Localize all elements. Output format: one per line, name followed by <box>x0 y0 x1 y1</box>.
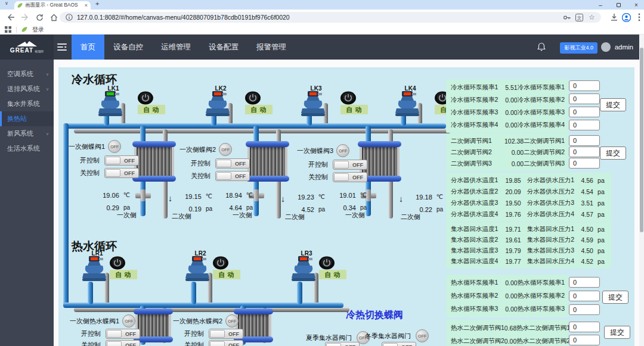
back-icon[interactable] <box>6 13 16 22</box>
toggle-off-switch[interactable]: OFF <box>215 171 250 181</box>
tiles-icon[interactable] <box>5 24 11 35</box>
valve-group: 一次侧热水蝶阀2OFF开控制OFF关控制OFF <box>173 314 268 346</box>
tab-strip: ∨ 画面显示 - Great BAOS × + – × <box>0 0 644 10</box>
info-icon[interactable] <box>64 13 73 22</box>
scrollbar-thumb[interactable] <box>640 48 643 232</box>
home-icon[interactable] <box>49 13 58 22</box>
valve-state-indicator[interactable]: OFF <box>416 329 429 342</box>
valve-state-indicator[interactable]: OFF <box>122 314 135 328</box>
nav-item[interactable]: 设备自控 <box>104 35 152 60</box>
download-icon[interactable] <box>609 13 619 22</box>
open-control-label: 开控制 <box>179 159 210 168</box>
pump-power-button[interactable] <box>318 256 335 270</box>
toggle-off-switch[interactable]: OFF <box>209 329 243 339</box>
pump-power-button[interactable] <box>109 256 126 270</box>
toggle-off-switch[interactable]: OFF <box>215 158 250 169</box>
bell-icon[interactable] <box>537 42 546 54</box>
nav-item[interactable]: 首页 <box>72 35 104 60</box>
submit-button[interactable]: 提交 <box>602 291 628 304</box>
sidebar-item[interactable]: 空调系统∨ <box>0 67 54 82</box>
window-minimize-button[interactable]: – <box>596 1 605 9</box>
toggle-off-switch[interactable]: OFF <box>209 340 243 346</box>
panel-set-input[interactable] <box>569 120 600 130</box>
avatar[interactable] <box>601 42 611 52</box>
panel-set-input[interactable] <box>569 107 600 117</box>
panel-pressure-value: 4.50 <box>574 247 593 254</box>
valve-state-indicator[interactable]: OFF <box>225 314 239 328</box>
hamburger-icon[interactable] <box>57 43 67 54</box>
temp-unit: ℃ <box>360 192 367 198</box>
username[interactable]: admin <box>615 43 633 51</box>
panel-set-input[interactable] <box>569 335 600 345</box>
panel-set-input[interactable] <box>569 322 600 332</box>
pressure-value: 0.34 <box>343 204 355 211</box>
panel-set-input[interactable] <box>569 135 600 146</box>
temp-unit: ℃ <box>246 192 253 198</box>
toggle-off-switch[interactable]: OFF <box>382 342 416 346</box>
nav-item[interactable]: 运维管理 <box>152 35 200 60</box>
panel-hot-secondary-valve: 热水二次侧调节阀10.68热水二次侧调节阀1热水二次侧调节阀20.00热水二次侧… <box>446 320 568 346</box>
key-icon[interactable] <box>562 13 571 22</box>
panel-value: 0.00 <box>502 149 524 156</box>
sidebar-item[interactable]: 新风系统∨ <box>0 126 54 141</box>
submit-button[interactable]: 提交 <box>604 326 630 339</box>
panel-temp-label: 分水器供水温度3 <box>451 199 500 207</box>
bookmark-leaf-icon <box>21 27 27 33</box>
bookmark-item[interactable]: 登录 <box>32 26 44 34</box>
valve-state-indicator[interactable]: OFF <box>219 143 232 156</box>
submit-button[interactable]: 提交 <box>600 98 626 111</box>
tab-search-chevron-icon[interactable]: ∨ <box>5 1 8 6</box>
toggle-off-switch[interactable]: OFF <box>106 340 140 346</box>
toggle-off-switch[interactable]: OFF <box>325 342 360 346</box>
toggle-off-switch[interactable]: OFF <box>104 168 139 178</box>
panel-row: 集水器回水温度319.79集水器回水压力34.50pa <box>451 245 609 256</box>
submit-button[interactable]: 提交 <box>600 146 626 160</box>
pump-auto-label[interactable]: 自动 <box>245 105 273 114</box>
panel-set-input[interactable] <box>569 277 600 288</box>
pump-auto-label[interactable]: 自动 <box>319 270 346 279</box>
reload-icon[interactable] <box>35 13 44 22</box>
window-maximize-button[interactable] <box>614 1 623 9</box>
panel-set-label: 冷水循环泵频率1 <box>518 83 566 92</box>
scrollbar[interactable] <box>639 35 644 346</box>
sidebar-item[interactable]: 集水井系统 <box>0 96 54 111</box>
sidebar-item[interactable]: 换热站 <box>0 111 54 126</box>
panel-temp-label: 集水器回水温度2 <box>451 236 500 244</box>
pump-auto-label[interactable]: 自动 <box>213 270 240 279</box>
pump-auto-label[interactable]: 自动 <box>110 270 137 279</box>
panel-set-input[interactable] <box>569 304 600 315</box>
svg-text:文: 文 <box>577 15 582 20</box>
valve-state-indicator[interactable]: OFF <box>336 144 349 157</box>
sidebar-item[interactable]: 生活水系统 <box>0 141 54 156</box>
pump-power-button[interactable] <box>244 91 261 105</box>
panel-set-input[interactable] <box>569 93 600 104</box>
forward-icon[interactable] <box>20 13 30 22</box>
toggle-off-switch[interactable]: OFF <box>104 155 139 166</box>
sidebar-item[interactable]: 送排风系统∨ <box>0 82 54 96</box>
translate-icon[interactable]: 文 <box>575 13 584 22</box>
window-close-button[interactable]: × <box>632 1 640 9</box>
pump-power-button[interactable] <box>340 91 357 105</box>
browser-tab[interactable]: 画面显示 - Great BAOS × <box>14 1 91 10</box>
nav-item[interactable]: 报警管理 <box>247 35 295 60</box>
pump-auto-label[interactable]: 自动 <box>138 105 165 114</box>
tab-close-icon[interactable]: × <box>85 2 88 8</box>
pump-power-button[interactable] <box>137 91 154 105</box>
valve-state-indicator[interactable]: OFF <box>108 140 121 153</box>
panel-set-input[interactable] <box>569 146 600 157</box>
panel-set-input[interactable] <box>569 291 600 301</box>
toggle-off-switch[interactable]: OFF <box>106 329 140 339</box>
pump-power-button[interactable] <box>212 256 229 270</box>
toggle-off-switch[interactable]: OFF <box>333 160 367 170</box>
panel-set-input[interactable] <box>569 158 600 169</box>
pump-auto-label[interactable]: 自动 <box>340 105 368 114</box>
star-icon[interactable]: ☆ <box>587 13 596 22</box>
url-field[interactable]: 127.0.0.1:8082/#/home/canvas-menu/402880… <box>60 12 601 23</box>
profile-icon[interactable] <box>621 13 631 22</box>
panel-set-label: 二次侧调节阀2 <box>524 148 566 157</box>
toggle-off-switch[interactable]: OFF <box>333 172 367 182</box>
panel-set-input[interactable] <box>569 80 600 91</box>
nav-item[interactable]: 设备配置 <box>200 35 247 60</box>
new-tab-button[interactable]: + <box>95 0 99 7</box>
menu-dots-icon[interactable] <box>634 13 644 22</box>
